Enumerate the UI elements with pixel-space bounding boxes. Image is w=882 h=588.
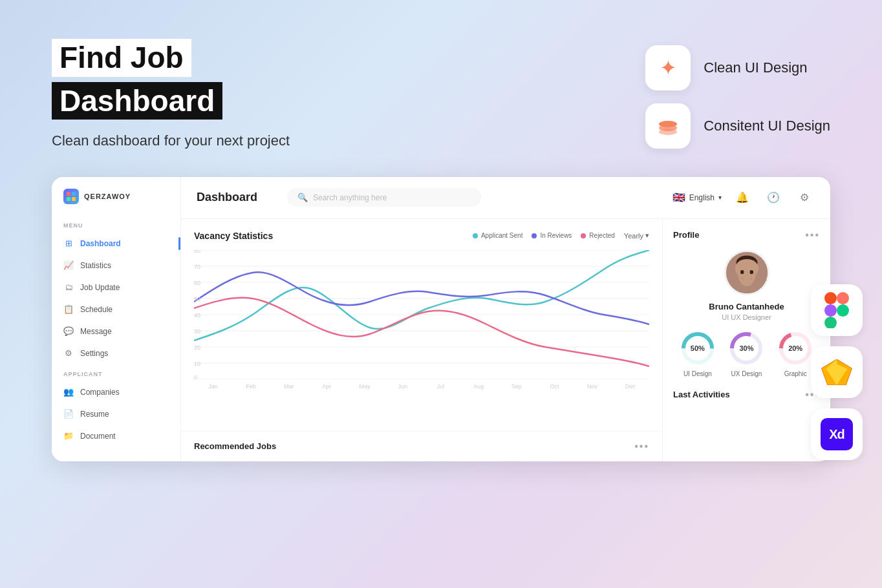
sketch-tool[interactable] <box>811 346 863 398</box>
svg-text:40: 40 <box>194 312 200 319</box>
sidebar-item-document[interactable]: 📁 Document <box>52 425 180 447</box>
sidebar: QERZAWOY MENU ⊞ Dashboard 📈 Statistics 🗂… <box>52 177 181 461</box>
document-icon: 📁 <box>63 431 74 441</box>
language-selector[interactable]: 🇬🇧 English ▾ <box>672 191 722 204</box>
feature-icon-clean-ui: ✦ <box>645 45 691 90</box>
legend-dot-inreviews <box>532 233 537 238</box>
svg-rect-39 <box>837 292 849 304</box>
sidebar-label-message: Message <box>80 327 112 336</box>
xd-tool[interactable]: Xd <box>811 408 863 460</box>
sidebar-item-message[interactable]: 💬 Message <box>52 320 180 342</box>
hero-section: Find Job Dashboard Clean dashboard for y… <box>0 0 882 177</box>
period-label: Yearly <box>624 232 643 240</box>
sidebar-item-settings[interactable]: ⚙ Settings <box>52 342 180 364</box>
sidebar-label-companies: Companies <box>80 388 120 397</box>
sidebar-label-dashboard: Dashboard <box>80 239 121 248</box>
companies-icon: 👥 <box>63 387 74 397</box>
chart-section: Vacancy Statistics Applicant Sent In Rev… <box>181 219 662 431</box>
chart-legend: Applicant Sent In Reviews Rejected <box>473 231 649 240</box>
chart-header: Vacancy Statistics Applicant Sent In Rev… <box>194 231 649 241</box>
period-chevron-icon: ▾ <box>645 231 649 240</box>
svg-rect-4 <box>72 192 76 196</box>
sidebar-item-companies[interactable]: 👥 Companies <box>52 381 180 403</box>
legend-applicant: Applicant Sent <box>473 232 523 239</box>
header: Dashboard 🔍 Search anything here 🇬🇧 Engl… <box>181 177 830 219</box>
figma-tool[interactable] <box>811 284 863 336</box>
search-placeholder: Search anything here <box>313 193 387 202</box>
profile-card: Profile ••• <box>673 229 820 377</box>
chart-svg: 80 70 60 50 40 30 20 10 0 <box>194 250 649 379</box>
recommended-section: Recommended Jobs ••• <box>181 431 662 461</box>
feature-label-clean-ui: Clean UI Design <box>704 59 807 76</box>
svg-point-42 <box>837 304 849 317</box>
legend-dot-rejected <box>581 233 586 238</box>
flag-icon: 🇬🇧 <box>672 191 685 204</box>
hero-features: ✦ Clean UI Design Consitent UI Design <box>645 39 830 149</box>
brand-logo-icon <box>66 191 76 202</box>
svg-rect-40 <box>824 304 837 317</box>
right-panel: Profile ••• <box>662 219 830 461</box>
sidebar-label-document: Document <box>80 432 116 441</box>
center-panel: Vacancy Statistics Applicant Sent In Rev… <box>181 219 662 461</box>
x-label-nov: Nov <box>574 383 612 390</box>
main-content: Dashboard 🔍 Search anything here 🇬🇧 Engl… <box>181 177 830 461</box>
legend-rejected: Rejected <box>581 232 614 239</box>
profile-more-button[interactable]: ••• <box>805 229 820 241</box>
language-label: English <box>689 193 715 202</box>
profile-title: Profile <box>673 230 699 240</box>
legend-inreviews: In Reviews <box>532 232 572 239</box>
skill-percent-ui: 50% <box>691 344 705 352</box>
brand-name: QERZAWOY <box>84 193 131 200</box>
period-selector[interactable]: Yearly ▾ <box>624 231 649 240</box>
sketch-icon <box>821 359 852 385</box>
activities-header: Last Activities ••• <box>673 389 820 401</box>
profile-role: UI UX Designer <box>673 313 820 321</box>
activities-title: Last Activities <box>673 390 730 399</box>
x-label-mar: Mar <box>270 383 308 390</box>
clock-button[interactable]: 🕐 <box>763 187 784 208</box>
sidebar-item-resume[interactable]: 📄 Resume <box>52 403 180 425</box>
svg-point-2 <box>659 121 677 127</box>
recommended-more-button[interactable]: ••• <box>634 441 649 452</box>
x-label-jan: Jan <box>194 383 232 390</box>
profile-card-header: Profile ••• <box>673 229 820 241</box>
menu-section-label: MENU <box>52 216 180 233</box>
skill-label-ui: UI Design <box>683 370 712 377</box>
sidebar-item-statistics[interactable]: 📈 Statistics <box>52 255 180 277</box>
sidebar-item-job-update[interactable]: 🗂 Job Update <box>52 277 180 299</box>
layers-icon <box>656 114 680 138</box>
search-bar[interactable]: 🔍 Search anything here <box>287 188 481 207</box>
profile-avatar-wrap <box>673 250 820 295</box>
x-label-oct: Oct <box>535 383 574 390</box>
header-right: 🇬🇧 English ▾ 🔔 🕐 ⚙ <box>672 187 815 208</box>
svg-text:50: 50 <box>194 296 200 302</box>
notification-button[interactable]: 🔔 <box>732 187 753 208</box>
x-label-jul: Jul <box>422 383 460 390</box>
figma-icon <box>824 292 849 328</box>
skill-graphic: 20% Graphic <box>777 330 813 377</box>
skill-label-graphic: Graphic <box>784 370 807 377</box>
sidebar-item-schedule[interactable]: 📋 Schedule <box>52 299 180 320</box>
settings-header-button[interactable]: ⚙ <box>794 187 815 208</box>
activities-card: Last Activities ••• <box>673 389 820 401</box>
chart-title: Vacancy Statistics <box>194 231 273 241</box>
svg-rect-41 <box>824 317 837 328</box>
sidebar-item-dashboard[interactable]: ⊞ Dashboard <box>52 233 180 255</box>
chart-line-applicant <box>194 250 649 341</box>
xd-label: Xd <box>829 427 844 442</box>
recommended-title: Recommended Jobs <box>194 441 276 451</box>
job-update-icon: 🗂 <box>63 282 74 293</box>
x-label-may: May <box>346 383 384 390</box>
body-area: Vacancy Statistics Applicant Sent In Rev… <box>181 219 830 461</box>
sidebar-brand: QERZAWOY <box>52 189 180 216</box>
sidebar-label-schedule: Schedule <box>80 305 113 314</box>
statistics-icon: 📈 <box>63 260 74 271</box>
dashboard-icon: ⊞ <box>63 238 74 249</box>
hero-title-line2: Dashboard <box>52 82 290 132</box>
x-label-aug: Aug <box>460 383 498 390</box>
svg-text:70: 70 <box>194 264 200 270</box>
recommended-header: Recommended Jobs ••• <box>194 441 649 452</box>
legend-label-inreviews: In Reviews <box>540 232 572 239</box>
xd-icon: Xd <box>821 418 853 450</box>
legend-label-rejected: Rejected <box>589 232 614 239</box>
